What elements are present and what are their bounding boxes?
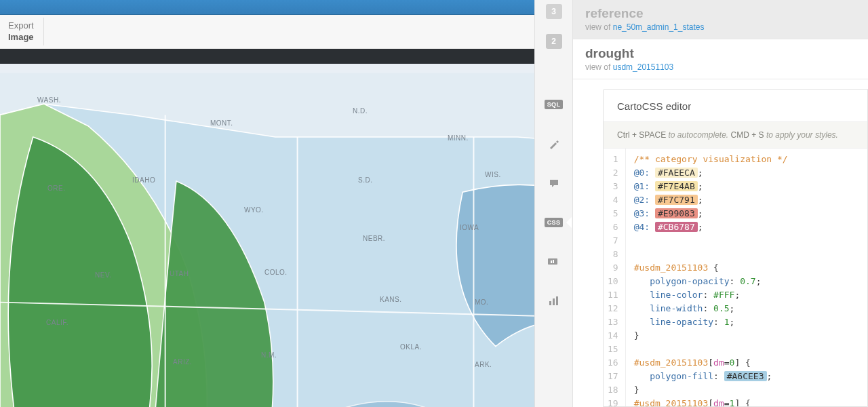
code-area[interactable]: 123456789101112131415161718192021222324 … (604, 149, 867, 406)
state-label: N.D. (353, 107, 368, 115)
state-label: WYO. (244, 206, 264, 214)
layer-reference-row[interactable]: reference view of ne_50m_admin_1_states (573, 0, 868, 39)
tool-filters[interactable] (544, 293, 564, 309)
editor-hint: Ctrl + SPACE to autocomplete. CMD + S to… (604, 122, 867, 149)
layer-reference-dataset-link[interactable]: ne_50m_admin_1_states (613, 22, 705, 32)
state-label: ORE. (47, 185, 65, 192)
tool-css[interactable]: CSS (544, 214, 564, 231)
export-button[interactable]: Export Image (8, 18, 44, 45)
editor-title: CartoCSS editor (604, 90, 867, 122)
state-label: MINN. (448, 134, 469, 142)
state-label: WIS. (485, 171, 501, 178)
state-label: COLO. (264, 269, 288, 276)
state-label: WASH. (37, 96, 61, 104)
tool-sql[interactable]: SQL (544, 96, 564, 113)
svg-rect-6 (549, 301, 551, 305)
state-label: S.D. (358, 176, 372, 184)
state-label: N.M. (261, 351, 277, 359)
state-label: IOWA (460, 224, 479, 231)
sql-icon: SQL (545, 100, 564, 109)
state-label: KANS. (380, 296, 402, 303)
layer-drought-title: drought (585, 46, 856, 61)
legend-icon (548, 257, 560, 267)
export-sublabel: Image (8, 32, 34, 43)
cartocss-editor: CartoCSS editor Ctrl + SPACE to autocomp… (603, 89, 868, 407)
side-rail: + 3 2 SQL CSS (535, 0, 573, 407)
side-main: Add layer reference view of ne_50m_admin… (573, 0, 868, 407)
wizard-icon (549, 138, 559, 149)
code-gutter: 123456789101112131415161718192021222324 (604, 149, 626, 406)
chat-icon (549, 178, 559, 189)
bars-icon (549, 296, 559, 306)
css-icon: CSS (545, 218, 564, 227)
svg-rect-5 (553, 260, 554, 263)
state-label: CALIF. (46, 319, 68, 326)
tool-wizard[interactable] (544, 136, 564, 152)
tool-legends[interactable] (544, 254, 564, 270)
state-label: NEV. (95, 271, 111, 279)
layer-reference-sub: view of ne_50m_admin_1_states (585, 22, 856, 32)
state-label: MONT. (210, 119, 233, 127)
svg-rect-4 (551, 260, 552, 263)
tool-infowindow[interactable] (544, 175, 564, 191)
state-label: OKLA. (400, 343, 422, 351)
svg-rect-7 (553, 298, 555, 305)
svg-rect-8 (556, 296, 558, 305)
export-label: Export (8, 20, 34, 31)
side-panel: + 3 2 SQL CSS Add layer reference view o… (534, 0, 868, 407)
state-label: ARIZ. (173, 358, 192, 366)
state-label: ARK. (475, 361, 492, 368)
layer-drought-dataset-link[interactable]: usdm_20151103 (613, 62, 673, 72)
state-label: IDAHO (132, 176, 155, 184)
code-content[interactable]: /** category visualization */ @0: #FAEEC… (626, 149, 796, 406)
state-label: NEBR. (363, 235, 385, 242)
layer-drought-sub: view of usdm_20151103 (585, 62, 856, 72)
layer-reference-title: reference (585, 6, 856, 21)
layer-badge-2[interactable]: 2 (546, 34, 562, 49)
layer-drought-row[interactable]: drought view of usdm_20151103 (573, 39, 868, 79)
state-label: UTAH (170, 270, 189, 277)
layer-badge-3[interactable]: 3 (546, 4, 562, 19)
state-label: MO. (475, 298, 488, 306)
